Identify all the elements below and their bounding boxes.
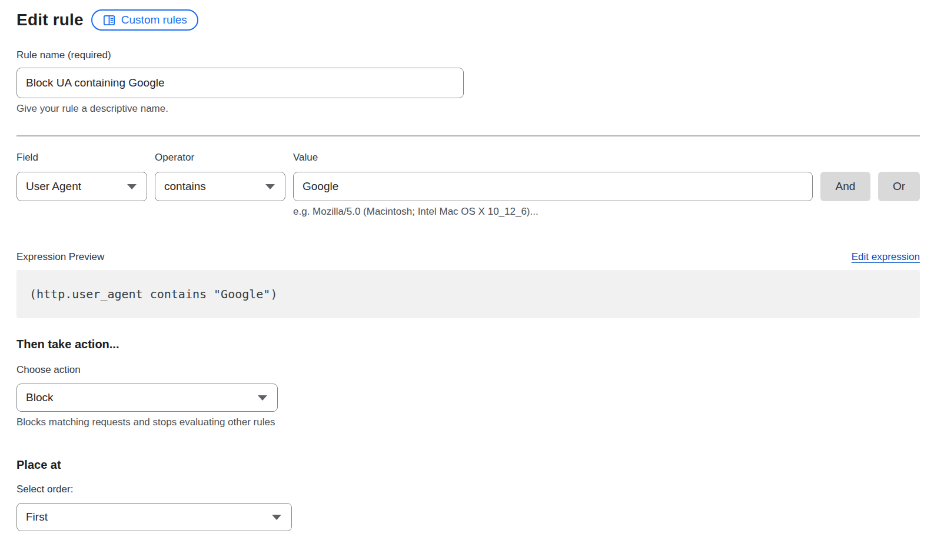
value-help: e.g. Mozilla/5.0 (Macintosh; Intel Mac O… [293, 206, 920, 218]
expression-code: (http.user_agent contains "Google") [29, 287, 277, 301]
operator-select-value: contains [164, 180, 206, 193]
edit-rule-form: Edit rule Custom rules Rule name (requir… [16, 9, 920, 531]
field-select-value: User Agent [26, 180, 81, 193]
expression-preview-row: Expression Preview Edit expression [16, 251, 920, 263]
page-header: Edit rule Custom rules [16, 9, 920, 31]
value-input[interactable] [293, 172, 813, 201]
custom-rules-badge[interactable]: Custom rules [91, 9, 198, 31]
field-label: Field [16, 152, 147, 164]
section-divider [16, 135, 920, 136]
expression-preview-label: Expression Preview [16, 251, 104, 263]
condition-controls-row: User Agent contains And Or [16, 172, 920, 201]
value-label: Value [293, 152, 920, 164]
place-at-heading: Place at [16, 458, 920, 472]
chevron-down-icon [265, 184, 275, 189]
operator-label: Operator [155, 152, 285, 164]
order-select-value: First [26, 511, 48, 524]
book-icon [102, 14, 116, 27]
operator-select[interactable]: contains [155, 172, 285, 201]
field-select[interactable]: User Agent [16, 172, 147, 201]
choose-action-label: Choose action [16, 364, 920, 376]
condition-labels-row: Field Operator Value [16, 152, 920, 164]
chevron-down-icon [258, 395, 267, 401]
page-title: Edit rule [16, 11, 84, 29]
rule-name-help: Give your rule a descriptive name. [16, 103, 920, 115]
action-help: Blocks matching requests and stops evalu… [16, 416, 920, 428]
rule-name-label: Rule name (required) [16, 49, 920, 61]
and-button[interactable]: And [820, 172, 870, 201]
rule-name-input[interactable] [16, 68, 464, 98]
select-order-label: Select order: [16, 484, 920, 495]
action-heading: Then take action... [16, 337, 920, 351]
custom-rules-badge-label: Custom rules [121, 14, 187, 26]
order-select[interactable]: First [16, 503, 292, 531]
chevron-down-icon [127, 184, 137, 189]
action-select[interactable]: Block [16, 384, 278, 412]
edit-expression-link[interactable]: Edit expression [852, 251, 920, 263]
or-button[interactable]: Or [878, 172, 920, 201]
action-select-value: Block [26, 391, 53, 404]
chevron-down-icon [272, 515, 281, 520]
expression-code-box: (http.user_agent contains "Google") [16, 270, 920, 318]
